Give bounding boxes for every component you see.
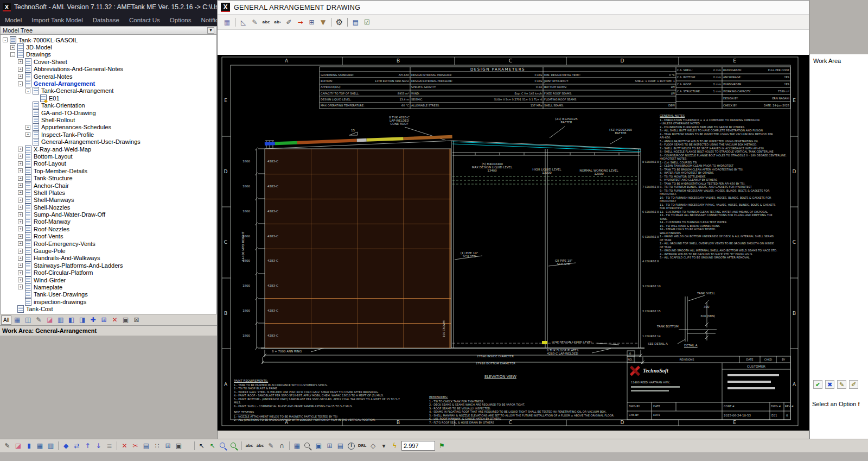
panel-options-button[interactable]: ▾ [207,27,214,34]
expand-toggle[interactable]: + [18,219,23,224]
collapse-toggle[interactable]: - [18,81,23,86]
move-down-icon[interactable]: ↓ [93,441,104,451]
measurement-value-input[interactable] [401,441,435,451]
tree-item-shell-manways[interactable]: +Shell-Manways [1,197,216,204]
dots-grid-icon[interactable]: ∷ [152,441,162,451]
polygon-icon[interactable]: ◇ [368,441,378,451]
edit-pencil-icon[interactable]: ✎ [34,315,44,325]
hatch-grid-icon[interactable]: ▦ [292,441,302,451]
text-abc-accent-icon[interactable]: ábc [255,441,265,451]
drill-label-icon[interactable]: DRL [357,441,367,451]
tree-item-shell-rollout[interactable]: Shell-Rollout [1,116,216,123]
all-button[interactable]: All [1,315,11,325]
tree-item-tank-structure[interactable]: +Tank-Structure [1,174,216,181]
calculator-icon[interactable]: ▤ [350,17,361,27]
measure-pencil-icon[interactable]: ✎ [250,17,260,27]
tree-item-general-arrangement[interactable]: -General-Arrangement [1,80,216,87]
menu-item-database[interactable]: Database [88,14,124,26]
table-plus-icon[interactable]: ⊞ [163,441,173,451]
zoom-extents-icon[interactable]: ⊞ [324,441,335,451]
menu-item-import-tank-model[interactable]: Import Tank Model [27,14,87,26]
table-icon[interactable]: ▦ [35,441,45,451]
cut-scissors-icon[interactable]: ✂ [130,441,141,451]
settings-gear-icon[interactable]: ⚙ [334,17,344,27]
tree-item-roof-nozzles[interactable]: +Roof-Nozzles [1,225,216,232]
tree-item-tank-orientation[interactable]: Tank-Orientation [1,102,216,109]
label-abc-arrow-icon[interactable]: ab› [272,17,283,27]
tree-item-abbreviations-and-general-notes[interactable]: +Abbreviations-And-General-Notes [1,66,216,73]
expand-toggle[interactable]: + [18,241,23,246]
zoom-window-icon[interactable]: ▣ [314,441,324,451]
swap-horizontal-icon[interactable]: ⇄ [72,441,82,451]
main-title-bar[interactable]: X TechnoSoft - AML Version 7.11.32 : AME… [0,0,217,14]
add-plus-icon[interactable]: ✚ [88,315,98,325]
tree-item-bottom-layout[interactable]: +Bottom-Layout [1,153,216,160]
table-add-icon[interactable]: ⊞ [99,315,109,325]
expand-toggle[interactable]: + [18,198,23,203]
delete-x-icon[interactable]: ✕ [110,315,120,325]
tree-item-roof-vents[interactable]: +Roof-Vents [1,233,216,240]
menu-item-contact-us[interactable]: Contact Us [124,14,165,26]
expand-toggle[interactable]: + [18,234,23,239]
panel-blue-icon[interactable]: ▮ [24,441,34,451]
dropdown-caret-icon[interactable]: ▾ [379,441,389,451]
expand-toggle[interactable]: + [18,59,23,64]
tree-item-e01[interactable]: E01 [1,94,216,102]
draw-pencil-icon[interactable]: ✎ [2,441,12,451]
edit-annotation-icon[interactable]: ✐ [284,17,294,27]
list-lines-icon[interactable]: ≡ [104,441,114,451]
tree-item-nameplate[interactable]: +Nameplate [1,283,216,291]
label-abc-icon[interactable]: abc [261,17,271,27]
tree-item-tank-user-drawings[interactable]: Tank-User-Drawings [1,291,216,298]
zoom-in-icon[interactable] [303,441,313,451]
tree-item-roof-emergency-vents[interactable]: +Roof-Emergency-Vents [1,240,216,247]
collapse-toggle[interactable]: - [3,37,8,42]
pick-cursor-icon[interactable]: ↖ [207,441,218,451]
tree-item-shell-plates[interactable]: +Shell Plates [1,189,216,196]
expand-toggle[interactable]: + [25,125,30,130]
grid-icon[interactable]: ▤ [141,441,151,451]
tree-item-tank-7000kl-gasoil[interactable]: -Tank-7000KL-GASOIL [1,36,216,43]
checklist-icon[interactable]: ☑ [362,17,372,27]
menu-item-model[interactable]: Model [0,14,27,26]
menu-item-options[interactable]: Options [165,14,196,26]
expand-toggle[interactable]: + [18,277,23,282]
preview-icon[interactable]: ◫ [23,315,33,325]
tree-item-sump-and-water-draw-off[interactable]: +Sump-And-Water-Draw-Off [1,211,216,218]
expand-toggle[interactable]: + [18,168,23,173]
tree-item-tank-cost[interactable]: Tank-Cost [1,305,216,312]
funnel-icon[interactable]: ▼ [318,17,328,27]
arc-icon[interactable]: ∩ [277,441,287,451]
tree-item-shell-nozzles[interactable]: +Shell-Nozzles [1,204,216,211]
modify-pencil-button[interactable]: ✐ [849,380,858,389]
leader-pencil-icon[interactable]: ✎ [266,441,276,451]
info-icon[interactable]: i [346,441,356,451]
columns-icon[interactable]: ▥ [46,441,56,451]
expand-toggle[interactable]: + [18,183,23,188]
tree-item-anchor-chair[interactable]: +Anchor-Chair [1,182,216,189]
expand-toggle[interactable]: + [18,270,23,275]
move-region-icon[interactable]: ⊞ [307,17,317,27]
split-right-icon[interactable]: ◨ [77,315,87,325]
tree-item-roof-manway[interactable]: +Roof-Manway [1,218,216,225]
tree-item-x-ray-and-weld-map[interactable]: +X-Ray-and-Weld-Map [1,146,216,153]
expand-toggle[interactable]: + [18,212,23,217]
expand-toggle[interactable]: + [18,161,23,166]
expand-toggle[interactable]: + [18,256,23,261]
accept-check-button[interactable]: ✔ [813,380,822,389]
tree-item-ga-and-to-drawing[interactable]: GA-and-TO-Drawing [1,109,216,116]
drawing-canvas[interactable]: DESIGN PARAMETERS 0 NO. REVISIONS DATE C… [218,55,809,431]
data-table-icon[interactable]: ▤ [335,441,346,451]
move-up-icon[interactable]: ↑ [82,441,93,451]
drawing-window-titlebar[interactable]: X GENERAL ARRANGEMENT DRAWING [218,1,809,15]
sheet-grid-icon[interactable]: ▦ [222,17,232,27]
expand-toggle[interactable]: + [18,226,23,231]
tree-item-handrails-and-walkways[interactable]: +Handrails-And-Walkways [1,255,216,262]
expand-toggle[interactable]: + [18,147,23,151]
collapse-toggle[interactable]: - [10,52,15,57]
tree-item-drawings[interactable]: -Drawings [1,51,216,58]
expand-toggle[interactable]: + [18,263,23,268]
export-box-icon[interactable]: ▣ [174,441,184,451]
dimension-icon[interactable]: ◺ [238,17,248,27]
delete-x-icon[interactable]: ✕ [119,441,130,451]
